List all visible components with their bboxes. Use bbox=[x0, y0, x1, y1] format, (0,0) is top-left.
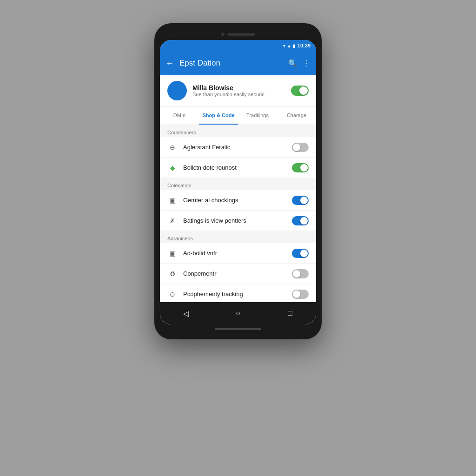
setting-icon-1-1: ✗ bbox=[167, 216, 178, 226]
phone-top bbox=[160, 29, 316, 40]
app-bar-title: Epst Dation bbox=[179, 59, 283, 68]
phone: ▾ ▲ ▮ 10:39 ← Epst Dation 🔍 ⋮ 👤 Milla bbox=[154, 23, 322, 339]
profile-section: 👤 Milla Blowise Bue than youndin eaclly … bbox=[160, 75, 316, 106]
nav-recents-button[interactable]: □ bbox=[281, 304, 299, 323]
setting-icon-2-2: ⊜ bbox=[167, 289, 178, 299]
settings-list: Coustancers ⊖ Aglerstant Feralic ◆ Bollc… bbox=[160, 125, 316, 302]
home-bar bbox=[215, 328, 261, 330]
tab-dmin[interactable]: DMIn bbox=[160, 106, 199, 125]
setting-item-adbolid: ▣ Ad-bolid vnfr bbox=[160, 243, 316, 264]
toggle-aglerstant[interactable] bbox=[292, 143, 309, 152]
signal-icon: ▲ bbox=[287, 43, 291, 48]
section-header-adraniceds: Adraniceds bbox=[160, 231, 316, 243]
toggle-adbolid[interactable] bbox=[292, 249, 309, 258]
wifi-icon: ▾ bbox=[283, 43, 285, 48]
scene: ▾ ▲ ▮ 10:39 ← Epst Dation 🔍 ⋮ 👤 Milla bbox=[0, 0, 476, 476]
back-button[interactable]: ← bbox=[165, 59, 174, 68]
setting-icon-1-0: ▣ bbox=[167, 195, 178, 205]
setting-item-conpementr: ♻ Conpementr bbox=[160, 264, 316, 284]
setting-label-batings: Batings is view pentlers bbox=[183, 217, 286, 224]
avatar-icon: 👤 bbox=[172, 86, 182, 95]
setting-label-bollctn: Bollctn dote rounost bbox=[183, 164, 286, 171]
tab-shop-code[interactable]: Shop & Code bbox=[199, 106, 238, 125]
nav-bar: ◁ ○ □ bbox=[160, 302, 316, 324]
screen: ▾ ▲ ▮ 10:39 ← Epst Dation 🔍 ⋮ 👤 Milla bbox=[160, 40, 316, 324]
setting-icon-0-0: ⊖ bbox=[167, 142, 178, 152]
status-icons: ▾ ▲ ▮ bbox=[283, 43, 296, 48]
tabs: DMIn Shop & Code Tradkings Charage bbox=[160, 106, 316, 125]
toggle-conpementr[interactable] bbox=[292, 269, 309, 278]
setting-icon-2-0: ▣ bbox=[167, 248, 178, 258]
tab-tradkings[interactable]: Tradkings bbox=[238, 106, 277, 125]
phone-bottom bbox=[160, 324, 316, 334]
setting-icon-0-1: ◆ bbox=[167, 163, 178, 173]
setting-item-pcophementy: ⊜ Pcophementy tracking bbox=[160, 284, 316, 302]
more-button[interactable]: ⋮ bbox=[303, 59, 311, 68]
setting-label-conpementr: Conpementr bbox=[183, 270, 286, 277]
section-header-colecation: Colecation bbox=[160, 178, 316, 190]
battery-icon: ▮ bbox=[293, 43, 296, 48]
nav-home-button[interactable]: ○ bbox=[229, 304, 247, 323]
setting-label-aglerstant: Aglerstant Feralic bbox=[183, 144, 286, 151]
toggle-gemter[interactable] bbox=[292, 196, 309, 205]
camera bbox=[221, 33, 225, 36]
avatar: 👤 bbox=[167, 81, 187, 100]
setting-label-adbolid: Ad-bolid vnfr bbox=[183, 250, 286, 257]
setting-item-batings: ✗ Batings is view pentlers bbox=[160, 211, 316, 231]
nav-back-button[interactable]: ◁ bbox=[177, 304, 195, 323]
toggle-bollctn[interactable] bbox=[292, 163, 309, 172]
profile-toggle[interactable] bbox=[291, 86, 309, 96]
search-button[interactable]: 🔍 bbox=[288, 59, 298, 68]
setting-item-bollctn: ◆ Bollctn dote rounost bbox=[160, 158, 316, 178]
app-bar: ← Epst Dation 🔍 ⋮ bbox=[160, 51, 316, 75]
section-header-coustancers: Coustancers bbox=[160, 125, 316, 137]
status-bar: ▾ ▲ ▮ 10:39 bbox=[160, 40, 316, 51]
status-time: 10:39 bbox=[298, 43, 311, 48]
tab-charage[interactable]: Charage bbox=[277, 106, 316, 125]
toggle-batings[interactable] bbox=[292, 216, 309, 225]
setting-label-gemter: Gemter al chockings bbox=[183, 197, 286, 204]
profile-info: Milla Blowise Bue than youndin eaclly se… bbox=[192, 84, 285, 97]
toggle-pcophementy[interactable] bbox=[292, 290, 309, 299]
profile-subtitle: Bue than youndin eaclly securic bbox=[192, 92, 285, 97]
setting-icon-2-1: ♻ bbox=[167, 269, 178, 279]
setting-item-aglerstant: ⊖ Aglerstant Feralic bbox=[160, 137, 316, 158]
profile-name: Milla Blowise bbox=[192, 84, 285, 92]
speaker bbox=[227, 33, 255, 36]
setting-label-pcophementy: Pcophementy tracking bbox=[183, 291, 286, 298]
setting-item-gemter: ▣ Gemter al chockings bbox=[160, 190, 316, 211]
